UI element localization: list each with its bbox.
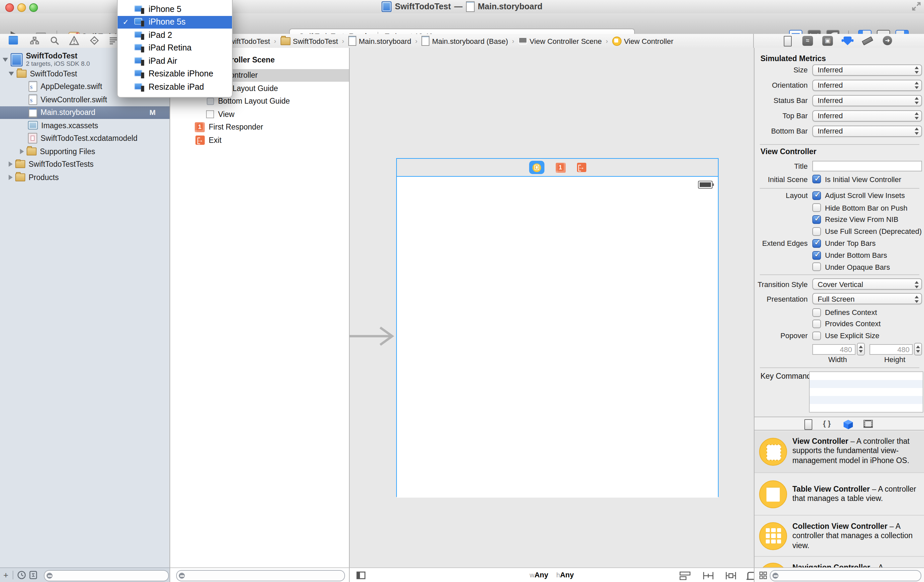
use-explicit-size-checkbox[interactable] xyxy=(812,331,821,340)
menu-item-ipad2[interactable]: iPad 2 xyxy=(117,29,232,41)
section-divider xyxy=(760,144,919,145)
dock-first-responder-icon[interactable]: 1 xyxy=(555,163,565,173)
title-field[interactable] xyxy=(812,161,922,171)
orientation-popup[interactable]: Inferred xyxy=(812,79,922,91)
media-library-tab[interactable] xyxy=(863,419,873,429)
outline-row[interactable]: 1 First Responder xyxy=(170,121,349,133)
breadcrumb-view-controller[interactable]: View Controller xyxy=(624,37,673,45)
outline-row[interactable]: View xyxy=(170,108,349,121)
file-template-library-tab[interactable] xyxy=(803,419,813,429)
width-stepper[interactable] xyxy=(857,343,865,355)
pin-button[interactable] xyxy=(703,571,714,580)
search-icon xyxy=(50,36,59,45)
adjust-scroll-view-insets-checkbox[interactable] xyxy=(812,191,821,200)
provides-context-checkbox[interactable] xyxy=(812,319,821,328)
menu-item-label: Resizable iPad xyxy=(148,82,204,92)
menu-item-resizable-ipad[interactable]: Resizable iPad xyxy=(117,81,232,93)
breadcrumb-separator: › xyxy=(274,37,276,44)
recent-files-clock-icon[interactable] xyxy=(17,571,26,579)
navigator-filter-field[interactable] xyxy=(44,570,169,581)
storyboard-file-icon xyxy=(28,107,37,118)
breadcrumb-scene[interactable]: View Controller Scene xyxy=(530,37,602,45)
connections-inspector-tab[interactable]: ➜ xyxy=(882,36,893,46)
menu-item-resizable-iphone[interactable]: Resizable iPhone xyxy=(117,67,232,81)
row-label: Layout xyxy=(756,191,812,199)
menu-item-iphone5[interactable]: iPhone 5 xyxy=(117,3,232,16)
resize-view-from-nib-checkbox[interactable] xyxy=(812,215,821,224)
top-bar-popup[interactable]: Inferred xyxy=(812,110,922,121)
status-bar-popup[interactable]: Inferred xyxy=(812,95,922,106)
attributes-inspector-tab[interactable] xyxy=(842,36,853,46)
height-stepper[interactable] xyxy=(914,343,922,355)
dock-exit-icon[interactable]: → xyxy=(577,163,586,172)
disclosure-triangle[interactable] xyxy=(9,72,14,76)
size-inspector-tab[interactable] xyxy=(862,36,873,46)
under-top-bars-checkbox[interactable] xyxy=(812,239,821,247)
nav-row-group[interactable]: Products xyxy=(0,171,170,184)
disclosure-triangle[interactable] xyxy=(9,162,13,167)
file-inspector-tab[interactable] xyxy=(782,36,793,46)
menu-item-ipad-retina[interactable]: iPad Retina xyxy=(117,41,232,54)
is-initial-view-controller-checkbox[interactable] xyxy=(812,175,821,183)
identity-inspector-tab[interactable]: ▣ xyxy=(822,36,833,46)
menu-item-ipad-air[interactable]: iPad Air xyxy=(117,54,232,67)
menu-item-iphone5s[interactable]: ✓ iPhone 5s xyxy=(117,16,232,29)
fullscreen-icon[interactable] xyxy=(912,2,921,11)
use-full-screen-checkbox[interactable] xyxy=(812,227,821,235)
size-class-control[interactable]: wAny hAny xyxy=(350,571,754,579)
key-commands-table[interactable] xyxy=(809,371,923,412)
nav-row-group[interactable]: Supporting Files xyxy=(0,145,170,158)
bottom-bar-popup[interactable]: Inferred xyxy=(812,125,922,136)
view-controller-badge xyxy=(532,163,541,172)
dock-view-controller-icon[interactable] xyxy=(529,161,544,174)
document-proxy-icon xyxy=(466,1,475,12)
popover-width-field[interactable]: 480 xyxy=(812,344,856,354)
divider xyxy=(13,571,13,579)
disclosure-triangle[interactable] xyxy=(9,175,13,180)
quick-help-inspector-tab[interactable]: ≈ xyxy=(802,36,813,46)
transition-style-popup[interactable]: Cover Vertical xyxy=(812,278,922,290)
view-controller-scene[interactable]: 1 → xyxy=(396,158,719,497)
breadcrumb-localization[interactable]: Main.storyboard (Base) xyxy=(432,37,508,45)
nav-row-file-selected[interactable]: Main.storyboard M xyxy=(0,106,170,119)
initial-view-controller-arrow[interactable] xyxy=(350,326,399,346)
issue-navigator-tab[interactable] xyxy=(69,36,79,46)
symbol-navigator-tab[interactable] xyxy=(29,36,39,46)
disclosure-triangle[interactable] xyxy=(20,149,24,154)
breadcrumb-group[interactable]: SwiftTodoTest xyxy=(293,37,338,45)
under-opaque-bars-checkbox[interactable] xyxy=(812,262,821,271)
under-bottom-bars-checkbox[interactable] xyxy=(812,251,821,260)
breadcrumb-file[interactable]: Main.storyboard xyxy=(359,37,411,45)
view-controller-view[interactable] xyxy=(397,177,718,498)
size-popup[interactable]: Inferred xyxy=(812,64,922,76)
popover-height-field[interactable]: 480 xyxy=(870,344,913,354)
nav-row-file[interactable]: Images.xcassets xyxy=(0,119,170,132)
library-item-table-view-controller[interactable]: Table View Controller – A controller tha… xyxy=(754,473,924,515)
nav-row-group[interactable]: SwiftTodoTestTests xyxy=(0,158,170,171)
library-filter-field[interactable] xyxy=(770,570,921,581)
library-item-view-controller[interactable]: View Controller – A controller that supp… xyxy=(754,431,924,473)
popup-value: Inferred xyxy=(818,96,843,104)
search-navigator-tab[interactable] xyxy=(49,36,59,46)
source-control-status-icon[interactable] xyxy=(29,571,37,579)
provides-context-row: Provides Context xyxy=(756,319,922,328)
outline-row[interactable]: → Exit xyxy=(170,133,349,146)
storyboard-canvas[interactable]: 1 → xyxy=(350,48,754,567)
resolve-auto-layout-button[interactable] xyxy=(725,571,736,580)
simulator-icon xyxy=(134,5,144,13)
disclosure-triangle[interactable] xyxy=(3,58,8,62)
library-item-collection-view-controller[interactable]: Collection View Controller – A controlle… xyxy=(754,515,924,557)
outline-filter-field[interactable] xyxy=(176,570,345,581)
code-snippet-library-tab[interactable]: { } xyxy=(823,419,833,429)
nav-row-file[interactable]: SwiftTodoTest.xcdatamodeld xyxy=(0,132,170,145)
defines-context-checkbox[interactable] xyxy=(812,308,821,317)
presentation-popup[interactable]: Full Screen xyxy=(812,293,922,304)
project-navigator-tab[interactable] xyxy=(9,36,19,46)
add-file-button[interactable]: + xyxy=(3,570,8,580)
test-navigator-tab[interactable] xyxy=(89,36,99,46)
align-button[interactable] xyxy=(679,571,691,580)
library-grid-view-icon[interactable] xyxy=(759,571,767,579)
library-item-navigation-controller[interactable]: Navigation Controller – A xyxy=(754,557,924,567)
object-library-tab[interactable] xyxy=(843,419,853,429)
hide-bottom-bar-checkbox[interactable] xyxy=(812,203,821,212)
